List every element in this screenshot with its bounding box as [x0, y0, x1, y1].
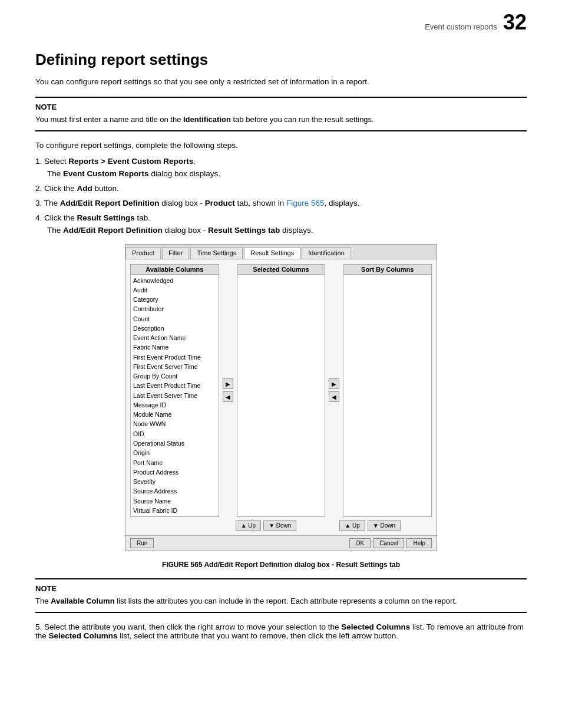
list-item[interactable]: Group By Count: [133, 371, 216, 381]
sort-by-columns-list: [343, 275, 431, 277]
cancel-button[interactable]: Cancel: [373, 538, 404, 548]
tab-time-settings[interactable]: Time Settings: [190, 247, 243, 259]
step-4: Click the Result Settings tab. The Add/E…: [35, 213, 527, 235]
figure-caption: FIGURE 565 Add/Edit Report Definition di…: [35, 561, 527, 569]
sort-up-button[interactable]: ▲ Up: [339, 521, 365, 531]
note-2-label: NOTE: [35, 584, 527, 593]
list-item[interactable]: Virtual Fabric ID: [133, 506, 216, 515]
list-item[interactable]: Last Event Server Time: [133, 391, 216, 400]
list-item[interactable]: Audit: [133, 285, 216, 295]
available-columns-list: Acknowledged Audit Category Contributor …: [131, 275, 219, 517]
step-1: Select Reports > Event Custom Reports. T…: [35, 157, 527, 178]
selected-columns-header: Selected Columns: [237, 265, 325, 275]
list-item[interactable]: Source Name: [133, 496, 216, 506]
section-title: Defining report settings: [35, 51, 527, 69]
tab-result-settings[interactable]: Result Settings: [244, 247, 300, 259]
tab-filter[interactable]: Filter: [162, 247, 189, 259]
list-item[interactable]: Count: [133, 314, 216, 324]
list-item[interactable]: Fabric Name: [133, 342, 216, 352]
steps-list: Select Reports > Event Custom Reports. T…: [35, 157, 527, 235]
list-item[interactable]: Message ID: [133, 400, 216, 410]
step-3: The Add/Edit Report Definition dialog bo…: [35, 199, 527, 207]
list-item[interactable]: Severity: [133, 477, 216, 486]
list-item[interactable]: Description: [133, 324, 216, 333]
list-item[interactable]: Operational Status: [133, 439, 216, 448]
list-item[interactable]: First Event Product Time: [133, 353, 216, 362]
figure-565-link[interactable]: Figure 565: [286, 199, 325, 207]
list-item[interactable]: Event Action Name: [133, 333, 216, 342]
move-right-button[interactable]: ▶: [223, 378, 233, 389]
section-label: Event custom reports: [425, 22, 497, 31]
list-item[interactable]: Node WWN: [133, 419, 216, 429]
list-item[interactable]: Port Name: [133, 458, 216, 467]
footer-right-buttons: OK Cancel Help: [349, 538, 432, 548]
note-2-text: The Available Column list lists the attr…: [35, 595, 527, 607]
note-1-text: You must first enter a name and title on…: [35, 114, 527, 126]
arrow-area-1: ▶ ◀: [222, 264, 234, 518]
list-item[interactable]: Acknowledged: [133, 276, 216, 285]
columns-area: Available Columns Acknowledged Audit Cat…: [130, 264, 432, 518]
figure-caption-text: FIGURE 565 Add/Edit Report Definition di…: [162, 561, 400, 569]
intro-text: You can configure report settings so tha…: [35, 77, 527, 86]
available-columns-panel: Available Columns Acknowledged Audit Cat…: [130, 264, 219, 518]
help-button[interactable]: Help: [406, 538, 432, 548]
sort-down-button[interactable]: ▼ Down: [368, 521, 401, 531]
step-5: Select the attribute you want, then clic…: [35, 622, 527, 640]
steps-intro: To configure report settings, complete t…: [35, 141, 527, 150]
run-button[interactable]: Run: [130, 538, 154, 548]
dialog-body: Available Columns Acknowledged Audit Cat…: [125, 259, 437, 536]
note-1-label: NOTE: [35, 103, 527, 111]
list-item[interactable]: OID: [133, 429, 216, 439]
list-item[interactable]: First Event Server Time: [133, 362, 216, 371]
list-item[interactable]: Module Name: [133, 410, 216, 419]
list-item[interactable]: Origin: [133, 448, 216, 457]
selected-down-button[interactable]: ▼ Down: [263, 521, 296, 531]
move-left-sort-button[interactable]: ◀: [329, 391, 339, 402]
sort-by-columns-header: Sort By Columns: [343, 265, 431, 275]
move-left-button[interactable]: ◀: [223, 391, 233, 402]
list-item[interactable]: Contributor: [133, 304, 216, 314]
ok-button[interactable]: OK: [349, 538, 371, 548]
step-5-list: Select the attribute you want, then clic…: [35, 622, 527, 640]
selected-columns-panel: Selected Columns: [237, 264, 326, 518]
list-item[interactable]: Source Address: [133, 486, 216, 496]
list-item[interactable]: Last Event Product Time: [133, 381, 216, 390]
page-header: Event custom reports 32: [35, 12, 527, 33]
dialog-footer: Run OK Cancel Help: [125, 535, 437, 551]
note-box-2: NOTE The Available Column list lists the…: [35, 578, 527, 613]
dialog-tabs: Product Filter Time Settings Result Sett…: [125, 245, 437, 259]
dialog-screenshot: Product Filter Time Settings Result Sett…: [125, 244, 437, 552]
tab-product[interactable]: Product: [125, 247, 161, 259]
step-2: Click the Add button.: [35, 184, 527, 193]
note-box-1: NOTE You must first enter a name and tit…: [35, 97, 527, 131]
arrow-area-2: ▶ ◀: [328, 264, 340, 518]
selected-up-button[interactable]: ▲ Up: [236, 521, 261, 531]
selected-columns-list: [237, 275, 325, 277]
list-item[interactable]: Category: [133, 295, 216, 304]
page-number: 32: [503, 12, 527, 33]
list-item[interactable]: Product Address: [133, 467, 216, 477]
available-columns-header: Available Columns: [131, 265, 219, 275]
move-right-sort-button[interactable]: ▶: [329, 378, 339, 389]
sort-by-columns-panel: Sort By Columns: [343, 264, 432, 518]
tab-identification[interactable]: Identification: [302, 247, 351, 259]
